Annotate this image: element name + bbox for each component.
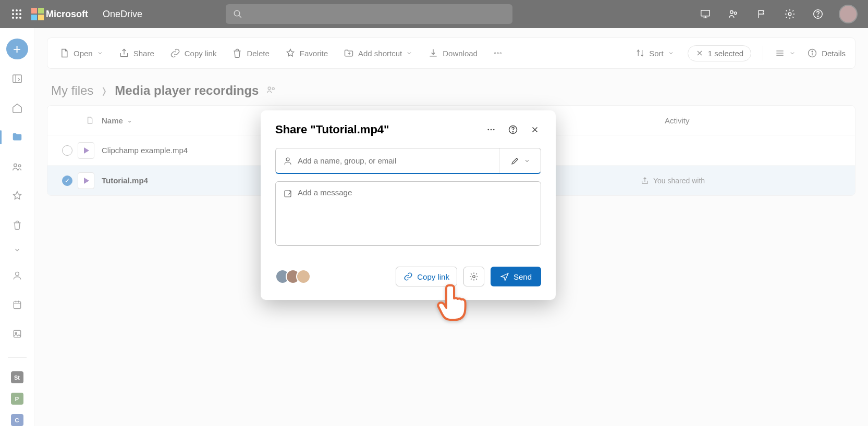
person-icon [283, 156, 292, 166]
chevron-down-icon [524, 158, 530, 164]
svg-point-50 [493, 129, 495, 131]
recipient-input-container [275, 148, 541, 174]
gear-icon [469, 272, 479, 281]
permission-selector[interactable] [499, 148, 541, 173]
send-label: Send [514, 272, 532, 281]
pencil-icon [510, 156, 520, 166]
note-icon [283, 189, 292, 198]
dialog-close-icon[interactable] [529, 123, 541, 136]
recipient-input[interactable] [298, 156, 492, 165]
send-button[interactable]: Send [491, 267, 541, 286]
share-dialog: Share "Tutorial.mp4" Copy link [261, 110, 556, 300]
link-icon [404, 272, 413, 281]
svg-point-49 [491, 129, 492, 131]
svg-point-55 [473, 275, 475, 278]
copy-link-label: Copy link [417, 272, 449, 281]
svg-point-48 [487, 129, 489, 131]
message-input[interactable] [298, 188, 533, 239]
shared-with-avatars[interactable] [275, 269, 311, 284]
avatar [296, 269, 311, 284]
svg-point-53 [286, 158, 289, 161]
send-icon [500, 272, 509, 281]
svg-point-52 [512, 132, 513, 132]
dialog-title: Share "Tutorial.mp4" [275, 123, 485, 136]
dialog-more-icon[interactable] [485, 123, 497, 136]
link-settings-button[interactable] [463, 267, 484, 286]
message-input-container [275, 181, 541, 246]
dialog-copy-link-button[interactable]: Copy link [396, 267, 457, 286]
dialog-help-icon[interactable] [507, 123, 519, 136]
